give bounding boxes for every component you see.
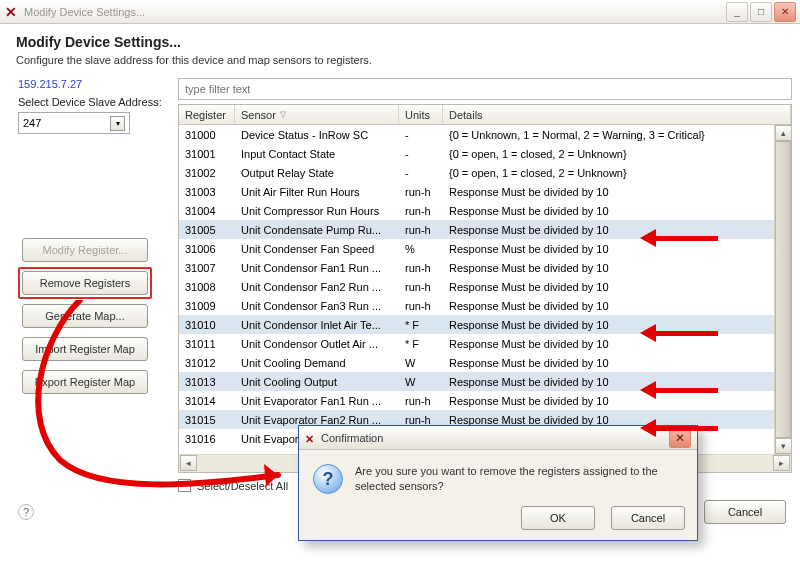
left-sidebar: 159.215.7.27 Select Device Slave Address… [18,78,166,492]
cell-sensor: Unit Condenser Fan Speed [235,243,399,255]
cell-units: run-h [399,414,443,426]
cell-units: * F [399,338,443,350]
col-register[interactable]: Register [179,105,235,124]
cell-details: {0 = open, 1 = closed, 2 = Unknown} [443,148,791,160]
table-row[interactable]: 31010Unit Condensor Inlet Air Te...* FRe… [179,315,791,334]
cell-units: - [399,148,443,160]
cell-register: 31003 [179,186,235,198]
device-ip-link[interactable]: 159.215.7.27 [18,78,166,90]
cell-register: 31010 [179,319,235,331]
scroll-thumb[interactable] [775,141,791,438]
table-row[interactable]: 31014Unit Evaporator Fan1 Run ...run-hRe… [179,391,791,410]
table-row[interactable]: 31003Unit Air Filter Run Hoursrun-hRespo… [179,182,791,201]
cell-sensor: Unit Condensor Fan1 Run ... [235,262,399,274]
table-row[interactable]: 31007Unit Condensor Fan1 Run ...run-hRes… [179,258,791,277]
cell-details: {0 = open, 1 = closed, 2 = Unknown} [443,167,791,179]
cell-units: run-h [399,300,443,312]
select-all-checkbox[interactable] [178,479,191,492]
table-row[interactable]: 31002Output Relay State-{0 = open, 1 = c… [179,163,791,182]
cell-register: 31011 [179,338,235,350]
col-sensor[interactable]: Sensor▽ [235,105,399,124]
table-row[interactable]: 31004Unit Compressor Run Hoursrun-hRespo… [179,201,791,220]
minimize-button[interactable]: _ [726,2,748,22]
export-register-map-button[interactable]: Export Register Map [22,370,148,394]
cell-units: run-h [399,395,443,407]
cell-details: {0 = Unknown, 1 = Normal, 2 = Warning, 3… [443,129,791,141]
maximize-button[interactable]: □ [750,2,772,22]
table-row[interactable]: 31000Device Status - InRow SC-{0 = Unkno… [179,125,791,144]
scroll-down-icon[interactable]: ▾ [775,438,792,454]
cell-units: * F [399,319,443,331]
cell-register: 31002 [179,167,235,179]
question-icon: ? [313,464,343,494]
cell-register: 31000 [179,129,235,141]
confirmation-cancel-button[interactable]: Cancel [611,506,685,530]
import-register-map-label: Import Register Map [35,343,135,355]
import-register-map-button[interactable]: Import Register Map [22,337,148,361]
dialog-subtitle: Configure the slave address for this dev… [16,54,784,66]
help-icon[interactable]: ? [18,504,34,520]
cell-sensor: Unit Cooling Output [235,376,399,388]
cell-register: 31004 [179,205,235,217]
window-controls: _ □ ✕ [726,2,796,22]
cell-register: 31009 [179,300,235,312]
scroll-right-icon[interactable]: ▸ [773,455,790,471]
table-row[interactable]: 31006Unit Condenser Fan Speed%Response M… [179,239,791,258]
confirmation-ok-button[interactable]: OK [521,506,595,530]
cell-details: Response Must be divided by 10 [443,357,791,369]
cell-units: run-h [399,281,443,293]
cell-sensor: Unit Condensor Outlet Air ... [235,338,399,350]
remove-registers-button[interactable]: Remove Registers [22,271,148,295]
cell-details: Response Must be divided by 10 [443,395,791,407]
filter-input[interactable] [178,78,792,100]
cell-units: run-h [399,205,443,217]
table-row[interactable]: 31013Unit Cooling OutputWResponse Must b… [179,372,791,391]
col-units[interactable]: Units [399,105,443,124]
cell-details: Response Must be divided by 10 [443,319,791,331]
table-row[interactable]: 31009Unit Condensor Fan3 Run ...run-hRes… [179,296,791,315]
export-register-map-label: Export Register Map [35,376,135,388]
cell-sensor: Unit Condensor Fan2 Run ... [235,281,399,293]
dialog-title: Modify Device Settings... [16,34,784,50]
cell-register: 31015 [179,414,235,426]
cell-sensor: Unit Evaporator Fan1 Run ... [235,395,399,407]
table-row[interactable]: 31012Unit Cooling DemandWResponse Must b… [179,353,791,372]
cell-units: - [399,129,443,141]
cell-details: Response Must be divided by 10 [443,224,791,236]
cell-sensor: Device Status - InRow SC [235,129,399,141]
confirmation-close-button[interactable]: ✕ [669,428,691,448]
cell-details: Response Must be divided by 10 [443,281,791,293]
remove-registers-label: Remove Registers [40,277,130,289]
cell-sensor: Input Contact State [235,148,399,160]
cell-sensor: Unit Cooling Demand [235,357,399,369]
slave-address-label: Select Device Slave Address: [18,96,166,108]
cell-register: 31006 [179,243,235,255]
cell-register: 31007 [179,262,235,274]
confirmation-title: Confirmation [321,432,383,444]
cell-units: W [399,376,443,388]
scroll-up-icon[interactable]: ▴ [775,125,792,141]
modify-register-button: Modify Register... [22,238,148,262]
table-row[interactable]: 31008Unit Condensor Fan2 Run ...run-hRes… [179,277,791,296]
cell-units: run-h [399,262,443,274]
cell-register: 31001 [179,148,235,160]
slave-address-combo[interactable]: 247 ▾ [18,112,130,134]
cell-sensor: Unit Condensor Fan3 Run ... [235,300,399,312]
combo-dropdown-icon[interactable]: ▾ [110,116,125,131]
scroll-left-icon[interactable]: ◂ [180,455,197,471]
cell-register: 31008 [179,281,235,293]
dialog-header: Modify Device Settings... Configure the … [0,24,800,74]
cell-details: Response Must be divided by 10 [443,414,791,426]
modify-register-label: Modify Register... [43,244,128,256]
table-row[interactable]: 31011Unit Condensor Outlet Air ...* FRes… [179,334,791,353]
cell-register: 31014 [179,395,235,407]
col-details[interactable]: Details [443,105,791,124]
cell-details: Response Must be divided by 10 [443,205,791,217]
vertical-scrollbar[interactable]: ▴ ▾ [774,125,791,454]
cancel-button[interactable]: Cancel [704,500,786,524]
table-row[interactable]: 31005Unit Condensate Pump Ru...run-hResp… [179,220,791,239]
close-button[interactable]: ✕ [774,2,796,22]
generate-map-button[interactable]: Generate Map... [22,304,148,328]
app-icon: ✕ [4,5,18,19]
table-row[interactable]: 31001Input Contact State-{0 = open, 1 = … [179,144,791,163]
